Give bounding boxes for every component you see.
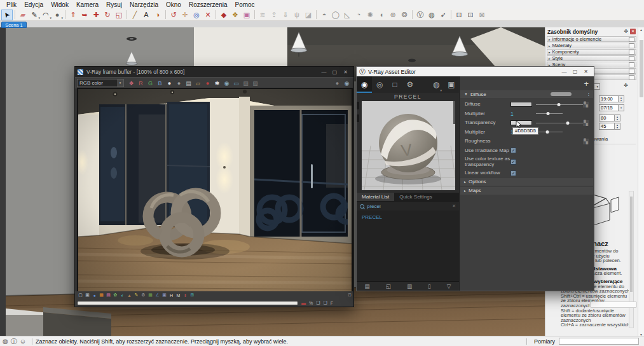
vray-batch-render-button[interactable]: ⊡ — [465, 10, 476, 20]
material-item[interactable]: PRECEL — [357, 213, 459, 221]
component-tool[interactable]: ◆ — [218, 10, 230, 20]
pixel-aspect-icon[interactable]: ● — [91, 292, 98, 298]
tray-section-materia-y[interactable]: ▸Materiały — [547, 43, 636, 48]
texture-slot-icon[interactable]: ▚ — [583, 102, 589, 107]
lut-icon[interactable]: ▦ — [147, 292, 154, 298]
sandbox-tool[interactable]: ◪ — [303, 10, 314, 20]
monitor-icon[interactable]: ▭ — [231, 78, 241, 88]
menu-narz-dzia[interactable]: Narzędzia — [126, 1, 162, 8]
tray-section-komponenty[interactable]: ▸Komponenty — [547, 49, 636, 55]
arc-tool[interactable]: ◠▾ — [40, 10, 51, 20]
lights-tab[interactable]: ◎ — [372, 76, 387, 93]
cc-dock-icon[interactable]: ⊡ — [348, 293, 352, 298]
export-tool[interactable]: ▣ — [241, 10, 252, 20]
rollup-button[interactable] — [629, 62, 634, 67]
vray-sphere-light[interactable]: ◯ — [330, 10, 341, 20]
histogram-icon[interactable]: H — [168, 292, 175, 298]
add-material-icon[interactable]: ▤ — [365, 283, 370, 289]
render-with-vray-button[interactable]: ◍▾ — [428, 76, 444, 93]
follow-me-tool[interactable]: ➥ — [79, 10, 90, 20]
shadow-light-field[interactable]: 80 ▴▾ — [599, 114, 620, 121]
region-render-icon[interactable]: ◉ — [222, 78, 231, 88]
stereo-icon[interactable]: ▨ — [241, 78, 250, 88]
save-image-icon[interactable]: ▤ — [184, 78, 193, 88]
section-options[interactable]: ▸Options — [460, 178, 593, 186]
record-icon[interactable]: ● — [203, 78, 212, 88]
settings-icon[interactable]: ⚙ — [140, 292, 147, 298]
import-material-icon[interactable]: ◱ — [386, 283, 391, 289]
stop-render-icon[interactable]: ▬ — [301, 301, 306, 305]
checkbox[interactable]: ✓ — [510, 170, 516, 176]
green-channel-icon[interactable]: G — [146, 78, 155, 88]
scene-tab[interactable]: Scena 1 — [1, 22, 27, 28]
tray-pin-icon[interactable]: ✜ — [624, 29, 628, 34]
frame-buffer-button[interactable]: ▣ — [444, 76, 459, 93]
force-color-clamping-icon[interactable]: ▢ — [77, 292, 84, 298]
shadow-dark-field[interactable]: 45 ▴▾ — [599, 123, 620, 130]
render-last-icon[interactable]: ● — [332, 78, 342, 88]
rollup-button[interactable] — [629, 37, 634, 42]
rotate-tool[interactable]: ↻ — [102, 10, 113, 20]
subtab-quick-settings[interactable]: Quick Settings — [394, 193, 437, 201]
vray-frame-buffer-button[interactable]: ⊡ — [453, 10, 465, 20]
measurements-input[interactable] — [559, 338, 639, 345]
pencil-tool[interactable]: ✎▾ — [29, 10, 40, 20]
checkbox[interactable]: ✓ — [510, 148, 516, 153]
property-value[interactable]: 1 — [510, 111, 532, 117]
geolocation-icon[interactable]: ◍ — [3, 338, 8, 345]
alpha-channel-icon[interactable]: ● — [174, 78, 184, 88]
load-image-icon[interactable]: ▱ — [193, 78, 203, 88]
paint-palette-tool[interactable]: ❖ — [230, 10, 241, 20]
eraser-tool[interactable]: ▰ — [17, 10, 29, 20]
menu-pomoc[interactable]: Pomoc — [231, 1, 259, 8]
section-menu-icon[interactable]: ⁞ — [588, 92, 589, 97]
texture-slot-icon[interactable]: ▚ — [583, 139, 589, 144]
section-maps[interactable]: ▸Maps — [460, 187, 593, 195]
vegetation-tool[interactable]: ψ — [291, 10, 303, 20]
menu-widok[interactable]: Widok — [47, 1, 72, 8]
credits-icon[interactable]: ⓘ — [11, 338, 17, 345]
zoom-extents-tool[interactable]: ✕ — [202, 10, 214, 20]
menu-okno[interactable]: Okno — [162, 1, 185, 8]
icc-icon[interactable]: ▣ — [161, 292, 168, 298]
rollup-button[interactable] — [629, 75, 634, 80]
compare-icon[interactable]: ▨ — [250, 78, 260, 88]
soften-edges-tool[interactable]: ≋ — [257, 10, 268, 20]
solid-tools[interactable]: ⇓ — [280, 10, 291, 20]
geometry-tab[interactable]: □ — [387, 76, 402, 93]
slider[interactable] — [536, 132, 563, 132]
maximize-icon[interactable]: ▢ — [570, 69, 580, 74]
vfb-titlebar[interactable]: V-Ray frame buffer - [100% of 800 x 600]… — [75, 67, 353, 77]
materials-tab[interactable]: ◉ — [357, 76, 372, 93]
claim-icon[interactable]: ☺ — [20, 338, 26, 345]
close-icon[interactable]: ✕ — [580, 69, 591, 74]
percent-icon[interactable]: % — [309, 301, 313, 305]
tape-measure-tool[interactable]: ╱ — [129, 10, 140, 20]
search-input[interactable]: precel — [367, 204, 452, 209]
rollup-button[interactable] — [629, 69, 634, 74]
menu-rozszerzenia[interactable]: Rozszerzenia — [185, 1, 231, 8]
blue-channel-icon[interactable]: B — [155, 78, 165, 88]
vray-interactive-render-button[interactable]: ➶ — [437, 10, 449, 20]
texture-slot-icon[interactable]: ▚ — [583, 120, 589, 126]
hue-saturation-icon[interactable]: ▤ — [105, 292, 112, 298]
track-mouse-icon[interactable]: ✱ — [212, 78, 222, 88]
color-correction-icon[interactable]: ✿ — [112, 292, 119, 298]
tray-section-style[interactable]: ▸Style — [547, 55, 636, 61]
add-layer-button[interactable]: + — [460, 76, 594, 90]
zoom-tool[interactable]: ◎ — [191, 10, 202, 20]
rollup-button[interactable] — [629, 43, 634, 48]
vray-mesh-light[interactable]: ⊕ — [387, 10, 399, 20]
vray-asset-editor-button[interactable]: Ⓥ — [414, 10, 426, 20]
shadow-time-field[interactable]: 19:00 ▴▾ — [599, 95, 624, 102]
vray-render-button[interactable]: ◍ — [426, 10, 437, 20]
slider[interactable] — [536, 104, 583, 105]
minimize-icon[interactable]: — — [319, 69, 329, 75]
menu-edycja[interactable]: Edycja — [20, 1, 47, 8]
message-window-icon[interactable]: ❑ — [316, 300, 320, 305]
pan-tool[interactable]: ✛ — [179, 10, 191, 20]
curve-icon[interactable]: ∠ — [154, 292, 161, 298]
scroll-up-icon[interactable]: ▲ — [638, 28, 644, 32]
subtab-material-list[interactable]: Material List — [357, 193, 394, 201]
move-tool[interactable]: ✚ — [90, 10, 102, 20]
